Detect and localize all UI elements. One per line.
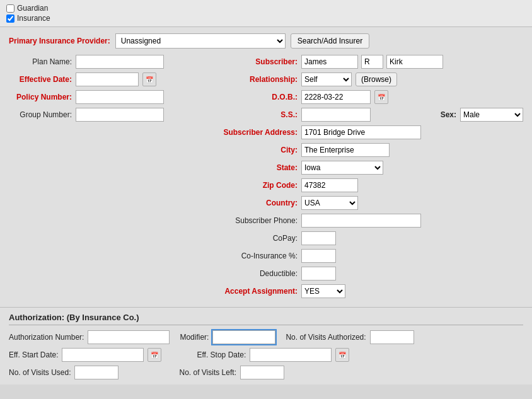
right-column: Subscriber: Relationship: Self Spouse Ch… (216, 55, 523, 302)
eff-start-label: Eff. Start Date: (9, 350, 58, 359)
eff-stop-calendar-button[interactable]: 📅 (335, 348, 349, 362)
country-label: Country: (216, 199, 298, 207)
zip-input[interactable] (301, 178, 358, 192)
group-number-row: Group Number: (9, 108, 203, 122)
plan-name-label: Plan Name: (9, 57, 72, 66)
city-label: City: (216, 146, 298, 154)
city-row: City: (216, 143, 523, 157)
eff-stop-label: Eff. Stop Date: (197, 350, 246, 359)
country-select[interactable]: USA Canada (301, 196, 358, 210)
insurance-checkbox[interactable] (6, 14, 14, 23)
primary-provider-select[interactable]: Unassigned (115, 33, 286, 49)
auth-title: Authorization: (By Insurance Co.) (9, 313, 523, 325)
effective-date-row: Effective Date: 📅 (9, 72, 203, 86)
city-input[interactable] (301, 143, 390, 157)
top-checkboxes-section: Guardian Insurance (0, 0, 532, 27)
deductible-input[interactable] (301, 267, 336, 280)
auth-number-input[interactable] (88, 330, 170, 344)
subscriber-phone-input[interactable] (301, 214, 421, 228)
subscriber-last-input[interactable] (386, 55, 443, 69)
ss-input[interactable] (301, 108, 371, 122)
plan-name-row: Plan Name: (9, 55, 203, 69)
subscriber-first-input[interactable] (301, 55, 358, 69)
subscriber-middle-input[interactable] (361, 55, 383, 69)
sex-select[interactable]: Male Female (460, 108, 523, 122)
state-row: State: Iowa California Texas New York (216, 161, 523, 175)
state-label: State: (216, 163, 298, 172)
plan-name-input[interactable] (76, 55, 164, 69)
insurance-label: Insurance (17, 14, 50, 23)
modifier-field: Modifier: (180, 330, 275, 344)
subscriber-address-label: Subscriber Address: (216, 128, 298, 137)
visits-authorized-field: No. of Visits Authorized: (286, 330, 413, 344)
effective-date-calendar-button[interactable]: 📅 (142, 72, 156, 86)
group-number-input[interactable] (76, 108, 164, 122)
eff-stop-field: Eff. Stop Date: 📅 (197, 348, 349, 362)
auth-number-label: Authorization Number: (9, 333, 84, 342)
sex-label: Sex: (374, 110, 456, 119)
deductible-row: Deductible: (216, 267, 523, 280)
relationship-select[interactable]: Self Spouse Child Other (301, 72, 352, 86)
copay-label: CoPay: (216, 234, 298, 243)
eff-stop-input[interactable] (250, 348, 332, 362)
eff-start-input[interactable] (62, 348, 144, 362)
insurance-section: Primary Insurance Provider: Unassigned S… (0, 27, 532, 308)
browse-button[interactable]: (Browse) (356, 72, 397, 86)
visits-left-field: No. of Visits Left: (179, 366, 284, 379)
relationship-row: Relationship: Self Spouse Child Other (B… (216, 72, 523, 86)
guardian-checkbox-label[interactable]: Guardian (6, 4, 526, 13)
dob-label: D.O.B.: (216, 93, 298, 101)
visits-authorized-input[interactable] (370, 330, 414, 344)
policy-number-input[interactable] (76, 90, 164, 104)
eff-start-calendar-button[interactable]: 📅 (147, 348, 161, 362)
visits-used-input[interactable] (74, 366, 119, 379)
insurance-checkbox-label[interactable]: Insurance (6, 14, 526, 23)
search-add-insurer-button[interactable]: Search/Add Insurer (291, 33, 369, 49)
country-row: Country: USA Canada (216, 196, 523, 210)
relationship-label: Relationship: (216, 75, 298, 84)
dob-input[interactable] (301, 90, 371, 104)
visits-left-input[interactable] (240, 366, 284, 379)
coinsurance-label: Co-Insurance %: (216, 252, 298, 260)
dob-calendar-button[interactable]: 📅 (374, 90, 388, 104)
visits-left-label: No. of Visits Left: (179, 368, 236, 377)
guardian-checkbox[interactable] (6, 4, 14, 13)
eff-start-field: Eff. Start Date: 📅 (9, 348, 161, 362)
guardian-label: Guardian (17, 4, 48, 13)
subscriber-row: Subscriber: (216, 55, 523, 69)
visits-used-label: No. of Visits Used: (9, 368, 71, 377)
deductible-label: Deductible: (216, 269, 298, 278)
state-select[interactable]: Iowa California Texas New York (301, 161, 383, 175)
zip-label: Zip Code: (216, 181, 298, 190)
auth-number-field: Authorization Number: (9, 330, 170, 344)
accept-assignment-select[interactable]: YES NO (301, 284, 345, 298)
group-number-label: Group Number: (9, 110, 72, 119)
dob-row: D.O.B.: 📅 (216, 90, 523, 104)
auth-row-2: Eff. Start Date: 📅 Eff. Stop Date: 📅 (9, 348, 523, 362)
ss-sex-row: S.S.: Sex: Male Female (216, 108, 523, 122)
copay-row: CoPay: (216, 231, 523, 245)
coinsurance-row: Co-Insurance %: (216, 249, 523, 263)
accept-assignment-row: Accept Assignment: YES NO (216, 284, 523, 298)
auth-row-3: No. of Visits Used: No. of Visits Left: (9, 366, 523, 379)
accept-assignment-label: Accept Assignment: (216, 287, 298, 296)
subscriber-address-input[interactable] (301, 125, 421, 139)
auth-row-1: Authorization Number: Modifier: No. of V… (9, 330, 523, 344)
visits-authorized-label: No. of Visits Authorized: (286, 333, 366, 342)
effective-date-label: Effective Date: (9, 75, 72, 84)
primary-provider-row: Primary Insurance Provider: Unassigned S… (9, 33, 523, 49)
subscriber-phone-label: Subscriber Phone: (216, 216, 298, 225)
copay-input[interactable] (301, 231, 336, 245)
zip-row: Zip Code: (216, 178, 523, 192)
policy-number-label: Policy Number: (9, 93, 72, 101)
effective-date-input[interactable] (76, 72, 139, 86)
auth-rows: Authorization Number: Modifier: No. of V… (9, 330, 523, 379)
ss-label: S.S.: (216, 110, 298, 119)
subscriber-phone-row: Subscriber Phone: (216, 214, 523, 228)
primary-provider-label: Primary Insurance Provider: (9, 37, 110, 45)
subscriber-label: Subscriber: (216, 57, 298, 66)
coinsurance-input[interactable] (301, 249, 336, 263)
left-column: Plan Name: Effective Date: 📅 Policy Numb… (9, 55, 216, 302)
modifier-input[interactable] (212, 330, 275, 344)
subscriber-name-inputs (301, 55, 443, 69)
